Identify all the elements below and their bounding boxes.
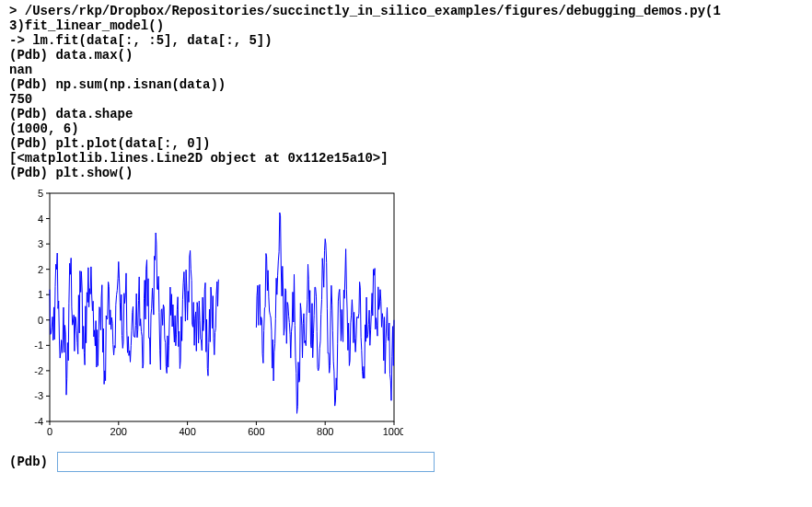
pdb-prompt-label: (Pdb) xyxy=(9,455,55,469)
svg-text:-1: -1 xyxy=(34,340,43,351)
svg-text:3: 3 xyxy=(38,238,43,249)
svg-text:4: 4 xyxy=(38,213,43,225)
svg-text:600: 600 xyxy=(248,426,264,437)
svg-text:1000: 1000 xyxy=(383,426,403,437)
svg-text:800: 800 xyxy=(317,426,333,437)
svg-text:0: 0 xyxy=(47,426,52,437)
svg-text:-4: -4 xyxy=(34,416,43,427)
pdb-console: > /Users/rkp/Dropbox/Repositories/succin… xyxy=(0,0,812,180)
console-line: (Pdb) np.sum(np.isnan(data)) xyxy=(9,77,803,92)
console-line: (Pdb) plt.plot(data[:, 0]) xyxy=(9,136,803,151)
svg-text:0: 0 xyxy=(38,315,43,326)
pdb-input[interactable] xyxy=(57,452,435,472)
console-line: [<matplotlib.lines.Line2D object at 0x11… xyxy=(9,151,803,166)
console-line: 750 xyxy=(9,92,803,107)
pdb-prompt-row: (Pdb) xyxy=(0,452,812,472)
svg-text:5: 5 xyxy=(38,188,43,199)
console-line: (Pdb) data.shape xyxy=(9,107,803,121)
console-line: > /Users/rkp/Dropbox/Repositories/succin… xyxy=(9,4,803,18)
plot-series-0 xyxy=(50,213,394,413)
console-line: nan xyxy=(9,63,803,77)
svg-text:-2: -2 xyxy=(34,365,43,376)
svg-text:200: 200 xyxy=(110,426,127,437)
console-line: (1000, 6) xyxy=(9,121,803,136)
console-line: -> lm.fit(data[:, :5], data[:, 5]) xyxy=(9,33,803,48)
svg-text:-3: -3 xyxy=(34,390,43,401)
console-line: 3)fit_linear_model() xyxy=(9,18,803,33)
svg-text:400: 400 xyxy=(179,426,195,437)
console-line: (Pdb) data.max() xyxy=(9,48,803,63)
console-line: (Pdb) plt.show() xyxy=(9,166,803,180)
svg-text:1: 1 xyxy=(38,289,43,300)
matplotlib-chart: -4-3-2-101234502004006008001000 xyxy=(17,186,812,439)
svg-text:2: 2 xyxy=(38,264,43,275)
